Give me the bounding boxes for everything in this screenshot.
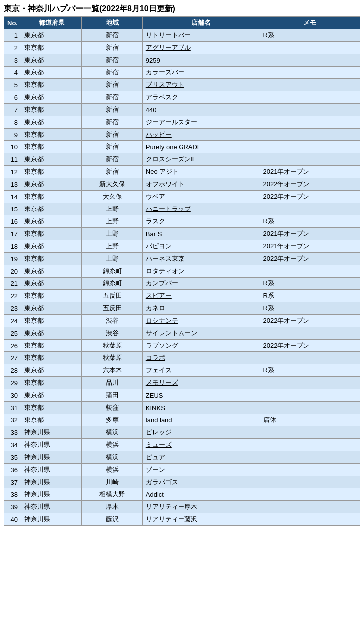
cell-pref: 東京都 bbox=[21, 178, 81, 191]
cell-area: 上野 bbox=[82, 240, 142, 253]
header-name: 店舗名 bbox=[142, 17, 260, 29]
table-row: 39神奈川県厚木リアリティー厚木 bbox=[4, 501, 360, 513]
cell-pref: 東京都 bbox=[21, 116, 81, 129]
cell-name: ハニートラップ bbox=[142, 203, 260, 215]
cell-no: 32 bbox=[4, 414, 21, 426]
cell-pref: 東京都 bbox=[21, 253, 81, 265]
cell-memo: R系 bbox=[260, 29, 360, 42]
cell-memo: 2022年オープン bbox=[260, 253, 360, 265]
cell-pref: 神奈川県 bbox=[21, 513, 81, 526]
table-row: 30東京都蒲田ZEUS bbox=[4, 389, 360, 402]
cell-area: 錦糸町 bbox=[82, 265, 142, 278]
cell-memo bbox=[260, 464, 360, 476]
cell-name: ロタティオン bbox=[142, 265, 260, 278]
cell-memo bbox=[260, 488, 360, 501]
cell-area: 新大久保 bbox=[82, 178, 142, 191]
cell-memo: 2022年オープン bbox=[260, 340, 360, 352]
table-row: 6東京都新宿アラベスク bbox=[4, 91, 360, 104]
cell-area: 新宿 bbox=[82, 79, 142, 91]
table-row: 3東京都新宿9259 bbox=[4, 54, 360, 67]
cell-name: ラスク bbox=[142, 215, 260, 228]
cell-name: Addict bbox=[142, 488, 260, 501]
main-table: No. 都道府県 地域 店舗名 メモ 1東京都新宿リトリートバーR系2東京都新宿… bbox=[4, 16, 360, 526]
cell-memo bbox=[260, 451, 360, 464]
cell-pref: 神奈川県 bbox=[21, 439, 81, 451]
cell-memo bbox=[260, 153, 360, 166]
cell-pref: 東京都 bbox=[21, 129, 81, 141]
cell-no: 35 bbox=[4, 451, 21, 464]
cell-area: 横浜 bbox=[82, 439, 142, 451]
cell-pref: 神奈川県 bbox=[21, 488, 81, 501]
cell-no: 14 bbox=[4, 191, 21, 203]
cell-no: 31 bbox=[4, 402, 21, 414]
table-row: 20東京都錦糸町ロタティオン bbox=[4, 265, 360, 278]
cell-area: 秋葉原 bbox=[82, 340, 142, 352]
cell-no: 9 bbox=[4, 129, 21, 141]
cell-area: 新宿 bbox=[82, 104, 142, 116]
table-row: 19東京都上野ハーネス東京2022年オープン bbox=[4, 253, 360, 265]
cell-no: 15 bbox=[4, 203, 21, 215]
cell-area: 新宿 bbox=[82, 141, 142, 153]
cell-name: Neo アジト bbox=[142, 166, 260, 178]
cell-memo bbox=[260, 54, 360, 67]
cell-no: 13 bbox=[4, 178, 21, 191]
cell-no: 18 bbox=[4, 240, 21, 253]
cell-area: 横浜 bbox=[82, 451, 142, 464]
cell-pref: 東京都 bbox=[21, 352, 81, 364]
cell-no: 30 bbox=[4, 389, 21, 402]
cell-pref: 東京都 bbox=[21, 327, 81, 340]
cell-memo: 2022年オープン bbox=[260, 191, 360, 203]
cell-no: 21 bbox=[4, 278, 21, 290]
cell-area: 六本木 bbox=[82, 364, 142, 377]
cell-area: 横浜 bbox=[82, 464, 142, 476]
cell-pref: 東京都 bbox=[21, 67, 81, 79]
table-row: 38神奈川県相模大野Addict bbox=[4, 488, 360, 501]
cell-name: 440 bbox=[142, 104, 260, 116]
cell-area: 新宿 bbox=[82, 67, 142, 79]
cell-area: 新宿 bbox=[82, 42, 142, 54]
cell-name: ハッピー bbox=[142, 129, 260, 141]
cell-memo bbox=[260, 129, 360, 141]
cell-area: 錦糸町 bbox=[82, 278, 142, 290]
table-row: 26東京都秋葉原ラブソング2022年オープン bbox=[4, 340, 360, 352]
cell-area: 多摩 bbox=[82, 414, 142, 426]
cell-no: 4 bbox=[4, 67, 21, 79]
cell-name: カンプバー bbox=[142, 278, 260, 290]
cell-pref: 東京都 bbox=[21, 104, 81, 116]
cell-memo bbox=[260, 501, 360, 513]
cell-pref: 東京都 bbox=[21, 278, 81, 290]
cell-area: 蒲田 bbox=[82, 389, 142, 402]
table-row: 32東京都多摩land land店休 bbox=[4, 414, 360, 426]
table-row: 34神奈川県横浜ミューズ bbox=[4, 439, 360, 451]
table-row: 37神奈川県川崎ガラパゴス bbox=[4, 476, 360, 488]
table-row: 14東京都大久保ウベア2022年オープン bbox=[4, 191, 360, 203]
cell-no: 36 bbox=[4, 464, 21, 476]
cell-area: 新宿 bbox=[82, 91, 142, 104]
table-row: 15東京都上野ハニートラップ bbox=[4, 203, 360, 215]
table-row: 23東京都五反田カネロR系 bbox=[4, 302, 360, 315]
cell-no: 24 bbox=[4, 315, 21, 327]
cell-no: 40 bbox=[4, 513, 21, 526]
cell-name: ピュア bbox=[142, 451, 260, 464]
table-row: 16東京都上野ラスクR系 bbox=[4, 215, 360, 228]
cell-area: 新宿 bbox=[82, 29, 142, 42]
cell-memo bbox=[260, 104, 360, 116]
cell-name: ラブソング bbox=[142, 340, 260, 352]
table-row: 17東京都上野Bar S2021年オープン bbox=[4, 228, 360, 240]
cell-pref: 東京都 bbox=[21, 79, 81, 91]
cell-no: 20 bbox=[4, 265, 21, 278]
table-row: 21東京都錦糸町カンプバーR系 bbox=[4, 278, 360, 290]
table-row: 13東京都新大久保オフホワイト2022年オープン bbox=[4, 178, 360, 191]
cell-pref: 東京都 bbox=[21, 141, 81, 153]
cell-memo bbox=[260, 141, 360, 153]
cell-area: 厚木 bbox=[82, 501, 142, 513]
table-row: 31東京都荻窪KINKS bbox=[4, 402, 360, 414]
table-row: 2東京都新宿アグリーアブル bbox=[4, 42, 360, 54]
table-row: 10東京都新宿Purety one GRADE bbox=[4, 141, 360, 153]
header-area: 地域 bbox=[82, 17, 142, 29]
cell-memo bbox=[260, 67, 360, 79]
cell-memo bbox=[260, 426, 360, 439]
cell-area: 五反田 bbox=[82, 290, 142, 302]
cell-no: 29 bbox=[4, 377, 21, 389]
cell-name: ハーネス東京 bbox=[142, 253, 260, 265]
